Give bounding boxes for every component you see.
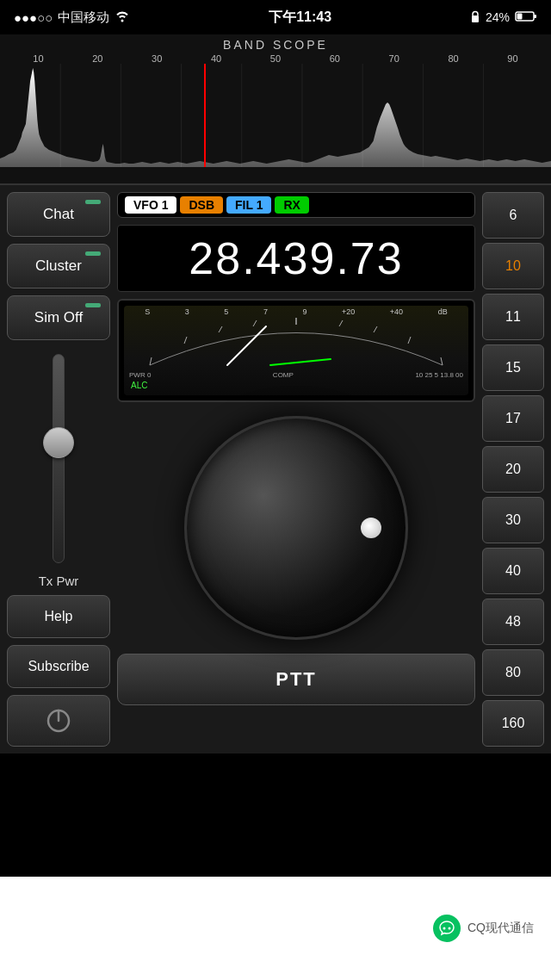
power-button[interactable] bbox=[7, 695, 110, 747]
cluster-button[interactable]: Cluster bbox=[7, 244, 110, 288]
svg-line-26 bbox=[270, 359, 331, 365]
ptt-button[interactable]: PTT bbox=[117, 654, 475, 705]
band-label-80: 80 bbox=[505, 665, 521, 680]
band-scope: BAND SCOPE 10 20 30 40 50 60 70 80 90 bbox=[0, 34, 551, 185]
ms-s: S bbox=[145, 307, 150, 316]
meter-labels: PWR 0 COMP 10 25 5 13.8 00 bbox=[124, 371, 468, 379]
alc-label: ALC bbox=[131, 381, 147, 390]
label-30: 30 bbox=[152, 53, 162, 64]
band-label-160: 160 bbox=[502, 716, 525, 731]
band-btn-80[interactable]: 80 bbox=[482, 649, 544, 696]
svg-line-19 bbox=[253, 320, 257, 326]
band-label-6: 6 bbox=[510, 208, 517, 223]
frequency-display[interactable]: 28.439.73 bbox=[117, 225, 475, 292]
main-panel: Chat Cluster Sim Off Tx Pwr Help Subscri… bbox=[0, 185, 551, 754]
band-btn-48[interactable]: 48 bbox=[482, 599, 544, 645]
ms-p20: +20 bbox=[342, 307, 355, 316]
svg-line-25 bbox=[227, 326, 266, 365]
label-80: 80 bbox=[448, 53, 458, 64]
band-btn-20[interactable]: 20 bbox=[482, 446, 544, 493]
power-icon bbox=[45, 707, 72, 735]
status-left: ●●●○○ 中国移动 bbox=[14, 9, 130, 26]
meter-scale-top: S 3 5 7 9 +20 +40 dB bbox=[124, 306, 468, 318]
rx-tag[interactable]: RX bbox=[275, 196, 308, 214]
svg-line-21 bbox=[339, 320, 343, 326]
ms-9: 9 bbox=[302, 307, 306, 316]
band-btn-15[interactable]: 15 bbox=[482, 344, 544, 391]
band-label-11: 11 bbox=[505, 309, 521, 325]
tx-pwr-section: Tx Pwr bbox=[7, 347, 110, 588]
tuning-knob[interactable] bbox=[184, 416, 408, 640]
help-button[interactable]: Help bbox=[7, 595, 110, 638]
center-column: VFO 1 DSB FIL 1 RX 28.439.73 S 3 5 7 9 +… bbox=[117, 192, 475, 747]
band-scope-canvas bbox=[0, 64, 551, 167]
vfo1-tag[interactable]: VFO 1 bbox=[125, 196, 176, 214]
band-label-17: 17 bbox=[505, 411, 521, 426]
band-label-20: 20 bbox=[505, 462, 521, 477]
left-column: Chat Cluster Sim Off Tx Pwr Help Subscri… bbox=[7, 192, 110, 747]
ms-3: 3 bbox=[185, 307, 189, 316]
meter-inner: S 3 5 7 9 +20 +40 dB bbox=[124, 306, 468, 395]
battery-icon bbox=[515, 10, 537, 25]
band-btn-10[interactable]: 10 bbox=[482, 243, 544, 289]
label-50: 50 bbox=[270, 53, 281, 64]
fil1-tag[interactable]: FIL 1 bbox=[226, 196, 271, 214]
help-label: Help bbox=[45, 609, 73, 624]
label-90: 90 bbox=[507, 53, 517, 64]
svg-line-24 bbox=[441, 357, 443, 365]
band-selector: 6 10 11 15 17 20 30 40 48 80 160 bbox=[482, 192, 544, 747]
wifi-icon bbox=[115, 10, 130, 25]
subscribe-label: Subscribe bbox=[28, 659, 89, 674]
carrier-label: 中国移动 bbox=[58, 9, 109, 26]
band-scope-title: BAND SCOPE bbox=[0, 34, 551, 53]
band-btn-6[interactable]: 6 bbox=[482, 192, 544, 239]
band-label-15: 15 bbox=[505, 360, 521, 375]
label-40: 40 bbox=[211, 53, 221, 64]
scope-waveform bbox=[0, 64, 551, 167]
band-btn-30[interactable]: 30 bbox=[482, 497, 544, 543]
label-70: 70 bbox=[389, 53, 399, 64]
ms-p40: +40 bbox=[390, 307, 403, 316]
cluster-indicator bbox=[85, 251, 101, 256]
meter-arc bbox=[124, 318, 468, 369]
chat-button[interactable]: Chat bbox=[7, 192, 110, 237]
wechat-svg bbox=[438, 920, 455, 937]
band-label-48: 48 bbox=[505, 614, 521, 630]
tx-pwr-thumb[interactable] bbox=[43, 427, 74, 458]
signal-dots: ●●●○○ bbox=[14, 10, 53, 25]
ptt-label: PTT bbox=[276, 668, 317, 691]
battery-percent: 24% bbox=[486, 10, 510, 24]
svg-rect-4 bbox=[0, 64, 551, 167]
band-label-40: 40 bbox=[505, 563, 521, 579]
status-bar: ●●●○○ 中国移动 下午11:43 24% bbox=[0, 0, 551, 34]
bottom-bar: CQ现代通信 bbox=[0, 877, 551, 980]
svg-rect-2 bbox=[517, 13, 522, 19]
svg-line-22 bbox=[374, 326, 377, 332]
tx-pwr-slider[interactable] bbox=[53, 354, 65, 563]
subscribe-button[interactable]: Subscribe bbox=[7, 645, 110, 688]
bottom-label: CQ现代通信 bbox=[467, 921, 534, 936]
band-btn-160[interactable]: 160 bbox=[482, 700, 544, 747]
wechat-icon bbox=[433, 915, 461, 942]
dsb-tag[interactable]: DSB bbox=[180, 196, 223, 214]
cluster-label: Cluster bbox=[35, 257, 82, 275]
tuning-knob-wrap bbox=[117, 409, 475, 647]
sim-off-button[interactable]: Sim Off bbox=[7, 295, 110, 340]
ml-pwr: PWR 0 bbox=[129, 371, 151, 379]
band-btn-17[interactable]: 17 bbox=[482, 395, 544, 442]
label-60: 60 bbox=[330, 53, 340, 64]
ms-5: 5 bbox=[224, 307, 228, 316]
band-btn-11[interactable]: 11 bbox=[482, 294, 544, 340]
status-right: 24% bbox=[470, 10, 537, 25]
svg-point-27 bbox=[443, 927, 446, 930]
band-scope-labels: 10 20 30 40 50 60 70 80 90 bbox=[0, 53, 551, 64]
svg-rect-0 bbox=[472, 16, 479, 22]
ml-comp: COMP bbox=[273, 371, 294, 379]
knob-indicator-dot bbox=[361, 518, 381, 538]
band-btn-40[interactable]: 40 bbox=[482, 548, 544, 594]
tx-pwr-label: Tx Pwr bbox=[39, 574, 79, 588]
lock-icon bbox=[470, 10, 480, 25]
band-label-10: 10 bbox=[505, 258, 521, 274]
svg-rect-3 bbox=[534, 15, 536, 18]
s-meter: S 3 5 7 9 +20 +40 dB bbox=[117, 299, 475, 402]
